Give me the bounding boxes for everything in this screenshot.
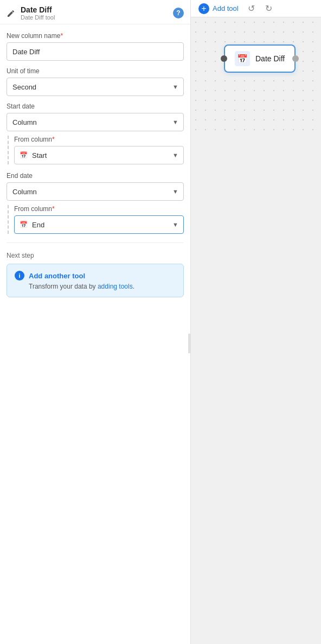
end-column-select-wrapper: 📅 End Start ▼ [14,215,184,234]
new-column-input[interactable] [7,42,184,61]
unit-select[interactable]: Second Minute Hour Day Week Month Year [7,78,184,96]
tool-subtitle: Date Diff tool [21,14,55,21]
node-input-connector [221,55,227,62]
end-date-label: End date [7,172,184,180]
header-titles: Date Diff Date Diff tool [21,5,55,21]
left-panel: Date Diff Date Diff tool ? New column na… [0,0,191,644]
info-icon: i [15,271,24,280]
add-tool-label: Add tool [213,4,239,12]
end-column-select[interactable]: End Start [14,215,184,234]
start-date-select[interactable]: Column Value [7,113,184,131]
next-step-label: Next step [7,252,184,259]
add-tool-plus-icon: + [198,3,209,14]
help-button[interactable]: ? [173,8,184,18]
add-tool-card: i Add another tool Transform your data b… [7,264,184,297]
date-diff-node[interactable]: 📅 Date Diff [221,44,299,73]
adding-tools-link[interactable]: adding tools [98,283,133,290]
start-column-select-wrapper: 📅 Start End ▼ [14,146,184,164]
start-from-column-label: From column* [14,136,184,143]
divider [7,243,184,243]
start-date-select-wrapper: Column Value ▼ [7,113,184,131]
add-tool-card-title: Add another tool [29,272,85,280]
redo-button[interactable]: ↻ [261,1,277,16]
right-panel: + Add tool ↺ ↻ 📅 Date Diff + ● ▾ ↔ [191,0,321,644]
tool-header: Date Diff Date Diff tool ? [0,0,190,24]
unit-select-wrapper: Second Minute Hour Day Week Month Year ▼ [7,78,184,96]
canvas-area: 📅 Date Diff [191,17,321,137]
end-from-column-label: From column* [14,205,184,213]
node-label: Date Diff [255,54,285,63]
add-tool-button[interactable]: + Add tool [195,1,242,16]
end-date-select-wrapper: Column Value ▼ [7,182,184,201]
end-date-select[interactable]: Column Value [7,182,184,201]
unit-label: Unit of time [7,67,184,75]
start-date-label: Start date [7,103,184,110]
start-column-select[interactable]: Start End [14,146,184,164]
node-calendar-icon: 📅 [235,51,250,66]
add-tool-card-body: Transform your data by adding tools. [15,283,176,290]
header-left: Date Diff Date Diff tool [7,5,55,21]
top-toolbar: + Add tool ↺ ↻ [191,0,321,17]
panel-content: New column name* Unit of time Second Min… [0,24,190,305]
tool-title: Date Diff [21,5,55,14]
pencil-icon [7,8,16,18]
undo-button[interactable]: ↺ [244,1,259,16]
node-output-connector [292,55,299,62]
end-from-column-section: From column* 📅 End Start ▼ [8,205,184,234]
new-column-label: New column name* [7,32,184,40]
start-from-column-section: From column* 📅 Start End ▼ [8,136,184,164]
add-tool-card-header: i Add another tool [15,271,176,280]
node-box[interactable]: 📅 Date Diff [224,44,296,73]
